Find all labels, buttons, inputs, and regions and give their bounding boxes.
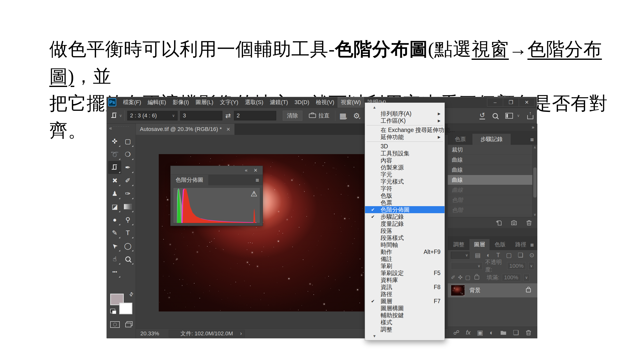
layer-lock-icon[interactable] — [526, 288, 531, 292]
window-menu-item[interactable]: 色票 — [365, 199, 445, 206]
file-info-box[interactable]: 文件: 102.0M/102.0M › — [169, 330, 245, 337]
eraser-tool[interactable]: ◪ — [108, 200, 121, 213]
screen-mode-icon[interactable] — [127, 321, 133, 326]
brush-tool[interactable]: ✐ — [121, 174, 134, 187]
window-menu-item[interactable]: 仿製來源 — [365, 164, 445, 171]
crop-tool-icon[interactable] — [111, 113, 117, 119]
history-row[interactable]: 曲線 — [448, 185, 537, 195]
window-menu-item[interactable]: 時間軸 — [365, 241, 445, 248]
window-menu-item[interactable]: 筆刷設定F5 — [365, 269, 445, 277]
history-row[interactable]: 色階 — [448, 195, 537, 205]
quick-select-tool[interactable]: ❍ — [121, 148, 134, 161]
shape-tool[interactable]: ◯ — [121, 239, 134, 252]
new-group-folder-icon[interactable] — [500, 329, 507, 336]
tab-路徑[interactable]: 路徑 — [511, 239, 531, 250]
swap-colors-icon[interactable]: ⇄ — [128, 291, 135, 298]
window-menu-item[interactable]: ✔圖層F7 — [365, 298, 445, 305]
window-menu-item[interactable]: 樣式 — [365, 319, 445, 326]
zoom-level[interactable]: 20.33% — [136, 330, 164, 337]
panel-grip[interactable]: ·········· — [113, 124, 130, 128]
panel-menu-icon[interactable]: ≡ — [256, 177, 259, 184]
histogram-panel-header[interactable]: « ✕ — [171, 166, 263, 175]
crop-width-input[interactable]: 3 — [180, 111, 222, 120]
history-row[interactable]: 色階 — [448, 205, 537, 215]
menu-文字(Y)[interactable]: 文字(Y) — [217, 97, 242, 108]
blur-tool[interactable]: ● — [108, 213, 121, 226]
adjustment-layer-icon[interactable]: ◐ — [490, 329, 494, 337]
lock-all-icon[interactable] — [474, 276, 479, 280]
clone-stamp-tool[interactable]: ♟ — [108, 187, 121, 200]
window-menu-item[interactable]: ✔色階分佈圖 — [365, 206, 445, 213]
smart-object-filter-icon[interactable]: ❏ — [518, 252, 523, 259]
crop-tool[interactable] — [108, 161, 121, 174]
lock-position-icon[interactable]: ✜ — [458, 274, 462, 281]
window-menu-item[interactable]: 段落樣式 — [365, 234, 445, 241]
close-document-icon[interactable]: ✕ — [226, 126, 230, 132]
scroll-down-icon[interactable]: ∨ — [534, 212, 536, 216]
window-menu-item[interactable]: 字元樣式 — [365, 178, 445, 185]
zoom-tool[interactable] — [121, 252, 134, 265]
layer-effects-icon[interactable]: fx — [466, 329, 471, 336]
lock-artboard-icon[interactable]: ▢ — [465, 274, 470, 281]
window-menu-item[interactable]: 輔助按鍵 — [365, 312, 445, 319]
tab-色版[interactable]: 色版 — [490, 239, 510, 250]
menu-圖層(L)[interactable]: 圖層(L) — [192, 97, 217, 108]
more-tools[interactable]: ••• — [108, 265, 121, 279]
dodge-tool[interactable]: ⚲ — [121, 213, 134, 226]
lock-transparent-pixels-icon[interactable]: ✐ — [451, 274, 455, 281]
new-document-from-state-icon[interactable] — [496, 219, 502, 226]
default-colors-icon[interactable] — [110, 309, 115, 313]
tab-調整[interactable]: 調整 — [449, 239, 469, 250]
fill-input[interactable]: 100% — [502, 274, 521, 281]
tab-步驟記錄[interactable]: 步驟記錄 — [472, 134, 511, 145]
histogram-tab[interactable]: 色階分佈圖 — [171, 175, 208, 185]
shape-filter-icon[interactable]: ▢ — [506, 252, 512, 259]
type-tool[interactable]: T — [121, 226, 134, 239]
window-menu-item[interactable]: 路徑 — [365, 291, 445, 298]
window-menu-item[interactable]: 延伸功能▶ — [365, 133, 445, 141]
gradient-tool[interactable] — [121, 200, 134, 213]
background-layer-row[interactable]: 背景 — [448, 283, 537, 297]
window-menu-item[interactable]: 調整 — [365, 326, 445, 333]
window-menu-item[interactable]: 3D — [365, 143, 445, 150]
menu-編輯(E)[interactable]: 編輯(E) — [144, 97, 169, 108]
restore-button[interactable]: ❐ — [503, 98, 519, 106]
adjustment-filter-icon[interactable]: ◐ — [487, 252, 491, 259]
image-filter-icon[interactable]: ▤ — [475, 252, 481, 259]
link-layers-icon[interactable]: ☍ — [453, 329, 459, 336]
window-menu-item[interactable]: 圖層構圖 — [365, 305, 445, 312]
window-menu-item[interactable]: 度量記錄 — [365, 220, 445, 227]
menu-視窗(W)[interactable]: 視窗(W) — [338, 97, 364, 108]
opacity-input[interactable]: 100% — [507, 262, 526, 270]
menu-3D(D)[interactable]: 3D(D) — [291, 98, 313, 107]
window-menu-item[interactable]: 段落 — [365, 227, 445, 234]
straighten-icon[interactable] — [309, 114, 316, 118]
menu-濾鏡(T)[interactable]: 濾鏡(T) — [267, 97, 291, 108]
pin-icon[interactable]: ⊙ — [529, 252, 534, 259]
expand-panels-icon[interactable]: » — [532, 124, 534, 130]
clear-button[interactable]: 清除 — [283, 111, 302, 121]
scrollbar[interactable]: ∧ ∨ — [532, 145, 537, 217]
window-menu-item[interactable]: 工作區(K)▶ — [365, 117, 445, 124]
warning-icon[interactable]: ⚠ — [251, 189, 257, 198]
window-menu-item[interactable]: 在 Exchange 搜尋延伸功能... — [365, 126, 445, 133]
close-button[interactable]: ✕ — [519, 98, 535, 106]
chevron-right-icon[interactable]: › — [240, 330, 242, 337]
window-menu-item[interactable]: 內容 — [365, 157, 445, 164]
blend-mode-select[interactable]: ∨ — [451, 262, 482, 270]
history-row[interactable]: 裁切 — [448, 145, 537, 155]
search-icon[interactable] — [493, 113, 498, 118]
panel-menu-icon[interactable]: ≡ — [530, 136, 534, 143]
history-brush-tool[interactable]: ✑ — [121, 187, 134, 200]
move-tool[interactable]: ✜ — [108, 135, 121, 148]
window-menu-item[interactable]: 資訊F8 — [365, 284, 445, 291]
minimize-button[interactable]: – — [487, 98, 503, 106]
marquee-tool[interactable]: ▢ — [121, 135, 134, 148]
revert-icon[interactable]: ↺ — [479, 112, 485, 119]
quick-mask-icon[interactable] — [110, 321, 120, 328]
filter-type-select[interactable]: ∨ — [451, 252, 469, 259]
delete-trash-icon[interactable] — [526, 219, 532, 226]
hand-tool[interactable]: ☝ — [108, 252, 121, 265]
add-mask-icon[interactable]: ▣ — [477, 329, 483, 337]
tab-色票[interactable]: 色票 — [449, 134, 472, 145]
